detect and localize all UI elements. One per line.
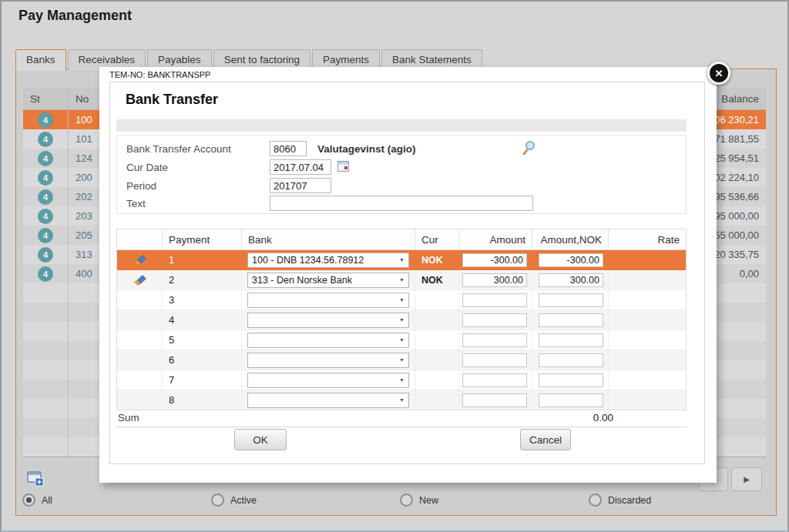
bank-status-cell: 4: [23, 187, 68, 206]
column-header-rate: Rate: [608, 229, 686, 249]
add-record-button[interactable]: [27, 471, 45, 487]
payment-number-cell: 1: [162, 250, 241, 269]
bank-cell: ▼: [241, 350, 415, 370]
amount-nok-input[interactable]: [539, 333, 603, 347]
transfer-row[interactable]: 1100 - DNB 1234.56.78912▼NOK: [117, 250, 686, 270]
amount-input[interactable]: [462, 393, 527, 407]
amount-nok-input[interactable]: [539, 293, 603, 307]
bank-select[interactable]: ▼: [247, 393, 409, 408]
rate-cell: [608, 270, 686, 289]
amount-nok-input[interactable]: [539, 313, 603, 327]
bank-status-cell: [23, 322, 68, 341]
amount-input[interactable]: [462, 373, 527, 387]
amount-input[interactable]: [462, 253, 527, 267]
column-header-amount: Amount: [458, 229, 532, 249]
status-badge: 4: [38, 132, 53, 147]
amount-nok-input[interactable]: [539, 393, 603, 407]
add-window-icon: [27, 471, 45, 487]
bank-select[interactable]: ▼: [247, 353, 409, 368]
bank-select[interactable]: ▼: [247, 313, 409, 328]
radio-active[interactable]: Active: [211, 494, 400, 507]
cur-date-input[interactable]: [270, 159, 331, 175]
currency-cell: [415, 390, 458, 410]
transfer-row-icon-cell: [117, 390, 162, 410]
transfer-row[interactable]: 3▼: [117, 290, 686, 310]
account-input[interactable]: [270, 141, 307, 156]
transfer-row[interactable]: 6▼: [117, 350, 686, 370]
radio-discarded[interactable]: Discarded: [589, 494, 777, 507]
bank-status-cell: 4: [23, 110, 68, 129]
pager-next-button[interactable]: ▶: [731, 467, 762, 491]
amount-input[interactable]: [462, 273, 527, 287]
rate-cell: [608, 310, 686, 330]
bank-status-cell: [23, 303, 68, 322]
transfer-row-icon-cell: [117, 330, 162, 350]
page-title: Pay Management: [18, 8, 132, 24]
transfer-row[interactable]: 7▼: [117, 370, 686, 390]
bank-select[interactable]: ▼: [247, 373, 409, 388]
text-input[interactable]: [270, 196, 533, 211]
transfer-row-icon-cell: [117, 350, 162, 370]
amount-nok-cell: [532, 350, 608, 370]
date-picker-button[interactable]: [337, 161, 349, 175]
bank-select[interactable]: ▼: [247, 293, 409, 308]
amount-nok-input[interactable]: [539, 273, 603, 287]
amount-cell: [458, 290, 532, 309]
form-section-bar: [116, 119, 687, 132]
bank-status-cell: 4: [23, 129, 68, 149]
close-icon: ✕: [715, 68, 724, 79]
ok-button[interactable]: OK: [234, 429, 287, 450]
radio-new[interactable]: New: [400, 494, 589, 507]
amount-nok-cell: [532, 250, 608, 269]
clear-row-brush-icon: [133, 274, 147, 286]
radio-all-label: All: [42, 495, 52, 506]
amount-nok-input[interactable]: [539, 253, 603, 267]
radio-new-circle: [400, 494, 413, 507]
sum-row: Sum 0.00: [116, 408, 687, 427]
bank-select[interactable]: 100 - DNB 1234.56.78912▼: [247, 253, 409, 268]
payment-number-cell: 5: [162, 330, 241, 350]
bank-status-cell: 4: [23, 168, 68, 187]
bank-select[interactable]: ▼: [247, 333, 409, 348]
clear-row-brush-icon: [133, 254, 147, 266]
payment-number-cell: 2: [162, 270, 241, 289]
rate-cell: [608, 370, 686, 390]
transfer-row[interactable]: 4▼: [117, 310, 686, 330]
amount-cell: [458, 350, 532, 370]
amount-nok-input[interactable]: [539, 373, 603, 387]
bank-status-cell: 4: [23, 264, 68, 283]
amount-nok-cell: [532, 310, 608, 330]
close-button[interactable]: ✕: [707, 62, 730, 85]
bank-status-cell: 4: [23, 149, 68, 168]
transfer-row[interactable]: 2313 - Den Norske Bank▼NOK: [117, 270, 686, 290]
amount-input[interactable]: [462, 333, 527, 347]
bank-select[interactable]: 313 - Den Norske Bank▼: [247, 273, 409, 288]
amount-input[interactable]: [462, 353, 527, 367]
account-lookup-button[interactable]: [521, 140, 536, 160]
radio-all[interactable]: All: [22, 494, 211, 507]
amount-input[interactable]: [462, 293, 527, 307]
dialog-system-label: TEM-NO: BANKTRANSPP: [109, 70, 210, 79]
period-input[interactable]: [270, 178, 331, 193]
rate-cell: [608, 390, 686, 410]
payment-number-cell: 8: [162, 390, 241, 410]
column-header-st[interactable]: St: [23, 93, 68, 105]
amount-cell: [458, 310, 532, 330]
radio-active-circle: [211, 494, 224, 507]
amount-input[interactable]: [462, 313, 527, 327]
amount-nok-cell: [532, 290, 608, 309]
bank-status-cell: 4: [23, 206, 68, 226]
transfer-row-icon-cell: [117, 310, 162, 330]
transfer-row[interactable]: 8▼: [117, 390, 686, 410]
transfer-row[interactable]: 5▼: [117, 330, 686, 350]
search-icon: [521, 140, 536, 157]
cancel-button[interactable]: Cancel: [520, 429, 571, 450]
amount-nok-input[interactable]: [539, 353, 603, 367]
tab-banks[interactable]: Banks: [15, 49, 66, 71]
amount-nok-cell: [532, 370, 608, 390]
bank-status-cell: 4: [23, 245, 68, 264]
chevron-down-icon: ▼: [399, 357, 405, 363]
chevron-down-icon: ▼: [399, 377, 405, 383]
status-badge: 4: [38, 209, 53, 224]
currency-cell: NOK: [415, 270, 458, 289]
